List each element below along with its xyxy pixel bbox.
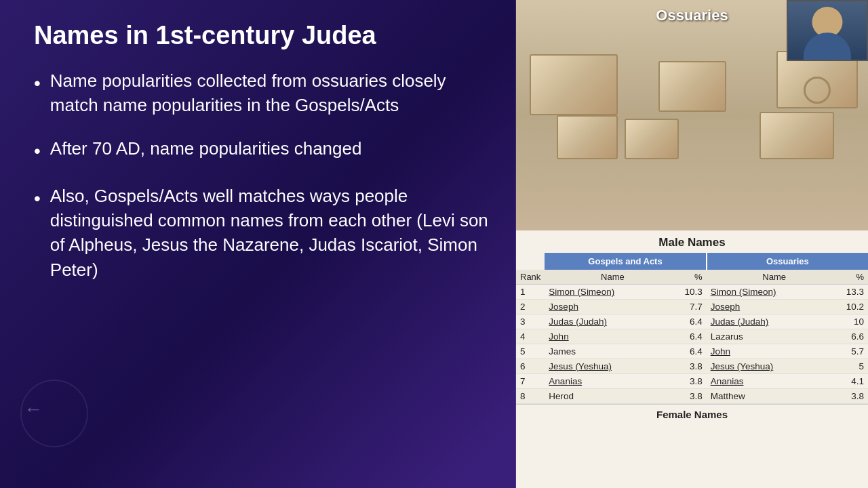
pct1-cell: 6.4 [680, 344, 706, 359]
name1-cell: Jesus (Yeshua) [545, 359, 680, 374]
pct2-cell: 4.1 [842, 374, 868, 389]
ossuary-decoration [804, 77, 831, 104]
name2-cell: Joseph [707, 300, 842, 314]
pct1-cell: 7.7 [680, 300, 706, 314]
name2-cell: Lazarus [707, 329, 842, 344]
pct1-cell: 10.3 [680, 285, 706, 300]
pct2-cell: 3.8 [842, 389, 868, 404]
person-body [804, 33, 851, 60]
names-table: Gospels and Acts Ossuaries Rank Name % N… [516, 253, 868, 404]
name2-cell: John [707, 344, 842, 359]
name1-cell: Judas (Judah) [545, 314, 680, 329]
slide-container: Names in 1st-century Judea Name populari… [0, 0, 868, 488]
rank-header [516, 253, 545, 270]
table-row: 7Ananias3.8Ananias4.1 [516, 374, 868, 389]
bullet-list: Name popularities collected from ossuari… [34, 68, 488, 302]
ossuary-box-1 [530, 54, 618, 115]
decorative-arrow: ← [24, 399, 43, 420]
pct2-cell: 5.7 [842, 344, 868, 359]
rank-cell: 5 [516, 344, 545, 359]
table-row: 1Simon (Simeon)10.3Simon (Simeon)13.3 [516, 285, 868, 300]
bullet-text-1: Name popularities collected from ossuari… [50, 68, 488, 118]
table-area: Male Names Gospels and Acts Ossuaries Ra… [516, 230, 868, 488]
pct1-cell: 3.8 [680, 359, 706, 374]
table-row: 3Judas (Judah)6.4Judas (Judah)10 [516, 314, 868, 329]
table-title: Male Names [516, 230, 868, 253]
name2-cell: Matthew [707, 389, 842, 404]
name1-cell: Ananias [545, 374, 680, 389]
bullet-item-1: Name popularities collected from ossuari… [34, 68, 488, 118]
gospels-header: Gospels and Acts [545, 253, 706, 270]
name2-cell: Jesus (Yeshua) [707, 359, 842, 374]
ossuary-box-4 [557, 115, 618, 159]
left-panel: Names in 1st-century Judea Name populari… [0, 0, 515, 488]
name2-subheader: Name [707, 270, 842, 285]
pct2-subheader: % [842, 270, 868, 285]
bullet-text-2: After 70 AD, name popularities changed [50, 136, 488, 161]
image-area: Ossuaries [516, 0, 868, 230]
sub-header-row: Rank Name % Name % [516, 270, 868, 285]
name1-cell: Joseph [545, 300, 680, 314]
bullet-text-3: Also, Gospels/Acts well matches ways peo… [50, 184, 488, 283]
pct2-cell: 13.3 [842, 285, 868, 300]
pct1-cell: 3.8 [680, 374, 706, 389]
bullet-item-3: Also, Gospels/Acts well matches ways peo… [34, 184, 488, 283]
table-row: 8Herod3.8Matthew3.8 [516, 389, 868, 404]
pct2-cell: 5 [842, 359, 868, 374]
rank-cell: 4 [516, 329, 545, 344]
female-names-footer: Female Names [516, 404, 868, 424]
rank-cell: 3 [516, 314, 545, 329]
slide-title: Names in 1st-century Judea [34, 20, 488, 52]
rank-cell: 6 [516, 359, 545, 374]
table-row: 6Jesus (Yeshua)3.8Jesus (Yeshua)5 [516, 359, 868, 374]
name2-cell: Simon (Simeon) [707, 285, 842, 300]
table-row: 4John6.4Lazarus6.6 [516, 329, 868, 344]
col-header-row: Gospels and Acts Ossuaries [516, 253, 868, 270]
ossuaries-header: Ossuaries [707, 253, 868, 270]
webcam-person [788, 1, 867, 60]
ossuary-box-5 [760, 112, 834, 159]
rank-subheader: Rank [516, 270, 545, 285]
bullet-item-2: After 70 AD, name popularities changed [34, 136, 488, 164]
name1-cell: Simon (Simeon) [545, 285, 680, 300]
name2-cell: Judas (Judah) [707, 314, 842, 329]
table-body: 1Simon (Simeon)10.3Simon (Simeon)13.32Jo… [516, 285, 868, 404]
rank-cell: 1 [516, 285, 545, 300]
ossuary-box-6 [625, 119, 679, 159]
name1-cell: James [545, 344, 680, 359]
pct2-cell: 10.2 [842, 300, 868, 314]
pct2-cell: 10 [842, 314, 868, 329]
pct1-subheader: % [680, 270, 706, 285]
name1-cell: John [545, 329, 680, 344]
rank-cell: 7 [516, 374, 545, 389]
pct1-cell: 3.8 [680, 389, 706, 404]
rank-cell: 8 [516, 389, 545, 404]
pct1-cell: 6.4 [680, 329, 706, 344]
ossuaries-label: Ossuaries [656, 7, 728, 24]
webcam-overlay [787, 0, 868, 61]
right-panel: Ossuaries Male Names Gospels and Acts Os… [515, 0, 868, 488]
name1-subheader: Name [545, 270, 680, 285]
pct1-cell: 6.4 [680, 314, 706, 329]
ossuary-box-3 [658, 61, 726, 112]
pct2-cell: 6.6 [842, 329, 868, 344]
table-row: 2Joseph7.7Joseph10.2 [516, 300, 868, 314]
name2-cell: Ananias [707, 374, 842, 389]
name1-cell: Herod [545, 389, 680, 404]
rank-cell: 2 [516, 300, 545, 314]
table-row: 5James6.4John5.7 [516, 344, 868, 359]
